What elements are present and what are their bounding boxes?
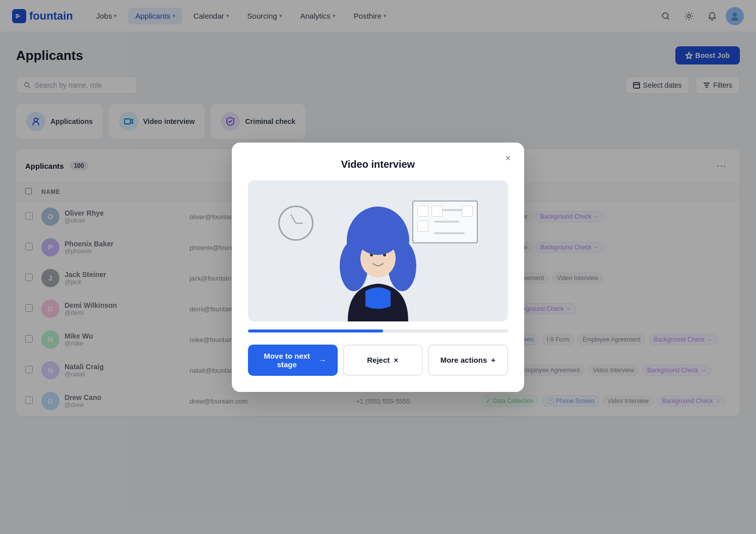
video-progress-bar[interactable] bbox=[248, 329, 508, 332]
move-next-label: Move to next stage bbox=[259, 352, 315, 369]
person-illustration bbox=[323, 190, 433, 321]
modal-video-area bbox=[248, 180, 508, 321]
clock-illustration bbox=[278, 206, 313, 241]
plus-icon: + bbox=[491, 356, 495, 364]
move-to-next-stage-button[interactable]: Move to next stage → bbox=[248, 345, 338, 376]
reject-button[interactable]: Reject × bbox=[343, 345, 423, 376]
arrow-right-icon: → bbox=[319, 356, 327, 364]
more-actions-label: More actions bbox=[440, 356, 487, 364]
reject-label: Reject bbox=[367, 356, 390, 364]
video-interview-modal: × Video interview bbox=[232, 143, 524, 392]
reject-x-icon: × bbox=[394, 356, 398, 364]
modal-overlay[interactable]: × Video interview bbox=[0, 0, 756, 534]
modal-actions: Move to next stage → Reject × More actio… bbox=[248, 345, 508, 376]
svg-point-17 bbox=[358, 225, 398, 255]
more-actions-button[interactable]: More actions + bbox=[428, 345, 508, 376]
modal-close-button[interactable]: × bbox=[500, 151, 516, 167]
modal-title: Video interview bbox=[248, 159, 508, 170]
progress-fill bbox=[248, 329, 383, 332]
